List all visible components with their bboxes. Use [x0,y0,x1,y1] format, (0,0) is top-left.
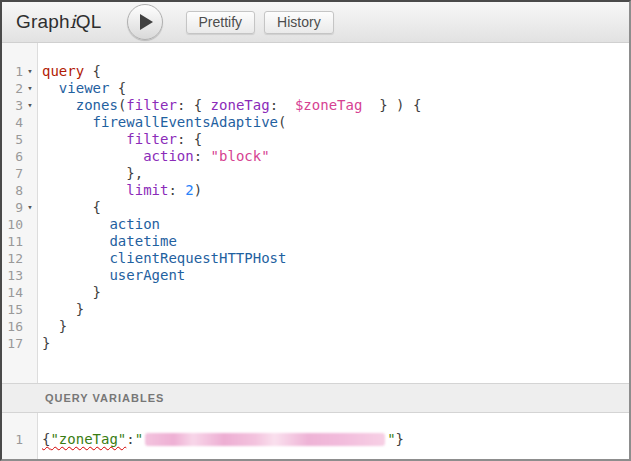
fold-toggle-icon[interactable]: ▾ [23,80,37,97]
line-number: 3 [2,97,23,114]
code-line[interactable]: firewallEventsAdaptive( [42,114,625,131]
line-number: 13 [2,267,23,284]
redacted-value [145,433,385,446]
token-t [42,114,93,130]
gutter-row: 11 [2,233,37,250]
gutter-row: 5 [2,131,37,148]
query-variables-title: QUERY VARIABLES [45,392,164,404]
gutter-row: 2▾ [2,80,37,97]
code-line[interactable]: clientRequestHTTPHost [42,250,625,267]
token-s: $zoneTag [295,97,362,113]
code-line[interactable]: action: "block" [42,148,625,165]
line-number: 9 [2,199,23,216]
code-line[interactable]: action [42,216,625,233]
code-line[interactable]: datetime [42,233,625,250]
prettify-button[interactable]: Prettify [186,11,256,34]
line-number: 12 [2,250,23,267]
code-line[interactable]: { [42,199,625,216]
code-line[interactable]: viewer { [42,80,625,97]
code-line[interactable]: } [42,318,625,335]
fold-toggle-icon[interactable]: ▾ [23,199,37,216]
gutter-row: 15 [2,301,37,318]
token-t [42,97,76,113]
code-line[interactable]: } [42,301,625,318]
gutter-row: 7 [2,165,37,182]
token-t: } [396,431,404,447]
line-number: 17 [2,335,23,352]
code-line[interactable]: zones(filter: { zoneTag: $zoneTag } ) { [42,97,625,114]
graphiql-logo: GraphiQL [16,11,102,33]
token-t [42,216,109,232]
token-t: } [42,284,101,300]
line-number: 1 [2,63,23,80]
code-line[interactable]: } [42,335,625,352]
token-t: : { [177,97,211,113]
token-t [42,233,109,249]
code-line[interactable]: limit: 2) [42,182,625,199]
token-v: "zoneTag" [50,431,126,447]
fold-spacer [23,284,37,301]
token-a: zoneTag [211,97,270,113]
token-t: : [194,148,211,164]
line-number: 15 [2,301,23,318]
gutter-row: 4 [2,114,37,131]
execute-query-button[interactable] [127,4,163,40]
token-p: firewallEventsAdaptive [93,114,278,130]
token-a: filter [126,97,177,113]
fold-spacer [23,233,37,250]
toolbar: GraphiQL Prettify History [2,2,629,43]
line-number-gutter: 1▾2▾3▾456789▾1011121314151617 [2,43,38,383]
token-t [42,182,126,198]
token-t [42,80,59,96]
logo-text: QL [76,11,102,32]
token-t: } [42,335,50,351]
line-number: 11 [2,233,23,250]
fold-toggle-icon[interactable]: ▾ [23,63,37,80]
logo-text: Graph [16,11,70,32]
query-editor[interactable]: 1▾2▾3▾456789▾1011121314151617 query { vi… [2,43,629,383]
graphiql-window: GraphiQL Prettify History 1▾2▾3▾456789▾1… [0,0,631,461]
code-line[interactable]: } [42,284,625,301]
history-button[interactable]: History [264,11,334,34]
variables-code-area[interactable]: {"zoneTag":""} [38,413,629,459]
fold-spacer [23,114,37,131]
fold-spacer [23,431,37,448]
code-line[interactable]: filter: { [42,131,625,148]
gutter-row: 13 [2,267,37,284]
line-number: 1 [2,431,23,448]
gutter-row: 9▾ [2,199,37,216]
token-p: userAgent [109,267,185,283]
gutter-row: 8 [2,182,37,199]
gutter-row: 6 [2,148,37,165]
variables-code-line[interactable]: {"zoneTag":""} [42,431,625,448]
query-variables-header[interactable]: QUERY VARIABLES [2,383,629,413]
gutter-row: 10 [2,216,37,233]
fold-spacer [23,148,37,165]
gutter-row: 12 [2,250,37,267]
query-code-area[interactable]: query { viewer { zones(filter: { zoneTag… [38,43,629,383]
token-p: viewer [59,80,110,96]
variables-editor[interactable]: 1 {"zoneTag":""} [2,413,629,459]
line-number: 5 [2,131,23,148]
token-t: : [126,431,134,447]
fold-spacer [23,318,37,335]
fold-spacer [23,335,37,352]
fold-spacer [23,131,37,148]
token-t: : { [177,131,202,147]
line-number: 16 [2,318,23,335]
line-number: 6 [2,148,23,165]
token-t [42,148,143,164]
play-icon [140,14,153,30]
gutter-row: 3▾ [2,97,37,114]
code-line[interactable]: query { [42,63,625,80]
token-t: }, [42,165,143,181]
token-t: { [109,80,126,96]
fold-spacer [23,182,37,199]
code-line[interactable]: userAgent [42,267,625,284]
fold-spacer [23,216,37,233]
gutter-row: 17 [2,335,37,352]
fold-toggle-icon[interactable]: ▾ [23,97,37,114]
code-line[interactable]: }, [42,165,625,182]
token-v: " [387,431,395,447]
fold-spacer [23,267,37,284]
